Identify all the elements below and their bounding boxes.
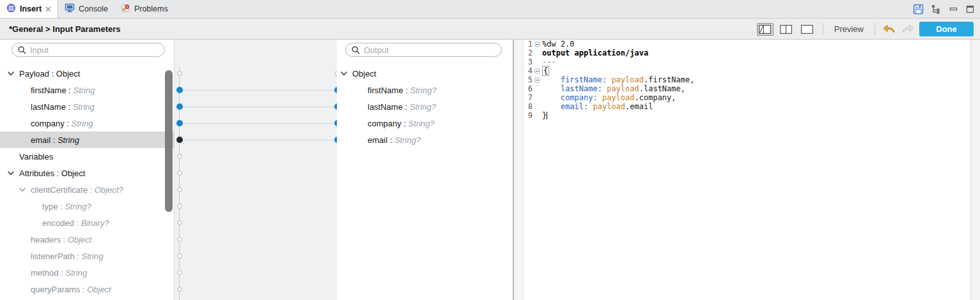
code-line-1[interactable]: 1%dw 2.0: [524, 40, 970, 49]
mapping-port-input-encoded[interactable]: [177, 220, 182, 225]
code-text: lastName: payload.lastName,: [542, 84, 685, 93]
mapping-port-input-queryParams[interactable]: [177, 287, 182, 292]
input-tree-row-listenerPath[interactable]: listenerPath : String: [0, 248, 174, 264]
code-line-8[interactable]: 8 email: payload.email: [524, 102, 970, 111]
close-icon[interactable]: [45, 6, 51, 12]
mapping-connection-firstName[interactable]: [179, 90, 338, 91]
field-name: headers: [31, 235, 61, 244]
input-search-input[interactable]: [30, 45, 152, 55]
tab-insert[interactable]: Insert: [0, 0, 58, 18]
toolbar-separator: [875, 23, 875, 36]
line-number: 5: [524, 75, 533, 84]
save-icon[interactable]: [913, 4, 924, 15]
output-tree-row-lastName[interactable]: lastName : String?: [337, 98, 513, 115]
line-number: 1: [524, 40, 533, 49]
input-tree-row-Variables[interactable]: Variables: [0, 148, 174, 165]
mapping-port-input-Attributes[interactable]: [177, 170, 182, 176]
line-number: 8: [524, 102, 533, 111]
tab-problems[interactable]: Problems: [114, 0, 175, 18]
output-search-input[interactable]: [364, 45, 488, 55]
code-lines[interactable]: 1%dw 2.02output application/java3---4{5 …: [524, 40, 970, 120]
mapping-port-input-clientCertificate[interactable]: [177, 187, 182, 192]
field-type: Object: [56, 69, 81, 79]
chevron-down-icon[interactable]: [8, 71, 14, 76]
input-tree-row-email[interactable]: email : String: [0, 131, 174, 148]
input-search-box: [12, 43, 165, 57]
line-number: 3: [524, 57, 533, 66]
mapping-port-input-lastName[interactable]: [176, 103, 183, 110]
field-name: method: [31, 268, 58, 278]
input-explorer-panel: Payload : ObjectfirstName : StringlastNa…: [0, 40, 174, 300]
mapping-port-input-method[interactable]: [177, 270, 182, 275]
input-tree-row-queryParams[interactable]: queryParams : Object: [0, 281, 174, 297]
mapping-port-input-company[interactable]: [176, 120, 183, 126]
input-tree-row-Attributes[interactable]: Attributes : Object: [0, 165, 174, 181]
input-tree-row-firstName[interactable]: firstName : String: [0, 82, 174, 98]
output-tree-row-Object[interactable]: Object: [337, 65, 513, 82]
field-name: Payload: [19, 69, 49, 79]
mapping-port-input-email[interactable]: [176, 137, 183, 143]
fold-collapse-icon[interactable]: [534, 77, 540, 83]
code-line-9[interactable]: 9}: [524, 111, 970, 120]
layout-split-view-button[interactable]: [757, 23, 774, 36]
code-line-5[interactable]: 5 firstName: payload.firstName,: [524, 75, 970, 84]
field-name: type: [42, 202, 58, 211]
layout-single-pane-button[interactable]: [799, 23, 816, 36]
line-number: 6: [524, 84, 533, 93]
output-tree-row-firstName[interactable]: firstName : String?: [337, 82, 513, 98]
tab-console[interactable]: Console: [58, 0, 114, 18]
mapping-port-input-Payload[interactable]: [177, 71, 182, 76]
field-type: Object: [68, 235, 92, 244]
output-tree-row-email[interactable]: email : String?: [337, 131, 513, 148]
code-line-2[interactable]: 2output application/java: [524, 49, 970, 57]
layout-two-pane-button[interactable]: [778, 23, 795, 36]
input-tree-row-method[interactable]: method : String: [0, 264, 174, 281]
mapping-port-input-Variables[interactable]: [177, 154, 182, 159]
mapping-connection-company[interactable]: [179, 123, 338, 124]
input-scrollbar-thumb[interactable]: [165, 70, 173, 212]
chevron-down-icon[interactable]: [341, 71, 347, 76]
input-tree: Payload : ObjectfirstName : StringlastNa…: [0, 65, 174, 297]
input-tree-row-Payload[interactable]: Payload : Object: [0, 65, 174, 82]
field-type: String: [73, 86, 95, 95]
done-button[interactable]: Done: [919, 22, 974, 36]
input-tree-row-clientCertificate[interactable]: clientCertificate : Object?: [0, 181, 174, 198]
input-tree-row-company[interactable]: company : String: [0, 115, 174, 131]
field-name: company: [31, 119, 65, 128]
input-tree-row-headers[interactable]: headers : Object: [0, 231, 174, 248]
fold-collapse-icon[interactable]: [534, 41, 540, 47]
console-icon: [65, 3, 75, 15]
input-tree-row-type[interactable]: type : String?: [0, 198, 174, 214]
minimize-icon[interactable]: [949, 4, 958, 14]
code-line-4[interactable]: 4{: [524, 66, 970, 75]
code-line-6[interactable]: 6 lastName: payload.lastName,: [524, 84, 970, 93]
field-type: String: [73, 102, 95, 112]
code-line-3[interactable]: 3---: [524, 57, 970, 66]
chevron-down-icon[interactable]: [19, 188, 26, 192]
field-name: firstName: [31, 86, 66, 95]
fold-collapse-icon[interactable]: [534, 68, 540, 74]
field-type: Object?: [95, 185, 123, 195]
mapping-port-input-listenerPath[interactable]: [177, 253, 182, 259]
input-tree-row-lastName[interactable]: lastName : String: [0, 98, 174, 115]
mapping-port-input-firstName[interactable]: [176, 87, 183, 93]
dataweave-code-editor[interactable]: 1%dw 2.02output application/java3---4{5 …: [513, 40, 980, 300]
undo-icon[interactable]: [882, 22, 896, 36]
transform-main-area: Payload : ObjectfirstName : StringlastNa…: [0, 40, 980, 300]
code-line-7[interactable]: 7 company: payload.company,: [524, 93, 970, 102]
editor-scrollbar-track[interactable]: [970, 40, 980, 300]
field-name: lastName: [31, 102, 66, 112]
mapping-connection-lastName[interactable]: [179, 107, 338, 107]
input-tree-row-encoded[interactable]: encoded : Binary?: [0, 214, 174, 231]
redo-icon[interactable]: [901, 22, 915, 36]
output-tree-row-company[interactable]: company : String?: [337, 115, 513, 131]
chevron-down-icon[interactable]: [8, 171, 14, 176]
mapping-port-input-headers[interactable]: [177, 237, 182, 242]
outline-tree-icon[interactable]: [931, 4, 942, 15]
mapping-connection-email[interactable]: [179, 140, 338, 140]
preview-button[interactable]: Preview: [830, 24, 867, 34]
mapping-port-input-type[interactable]: [177, 204, 182, 209]
view-tab-bar: Insert Console Problems: [0, 0, 980, 19]
line-number: 4: [524, 66, 533, 75]
maximize-icon[interactable]: [965, 4, 975, 14]
